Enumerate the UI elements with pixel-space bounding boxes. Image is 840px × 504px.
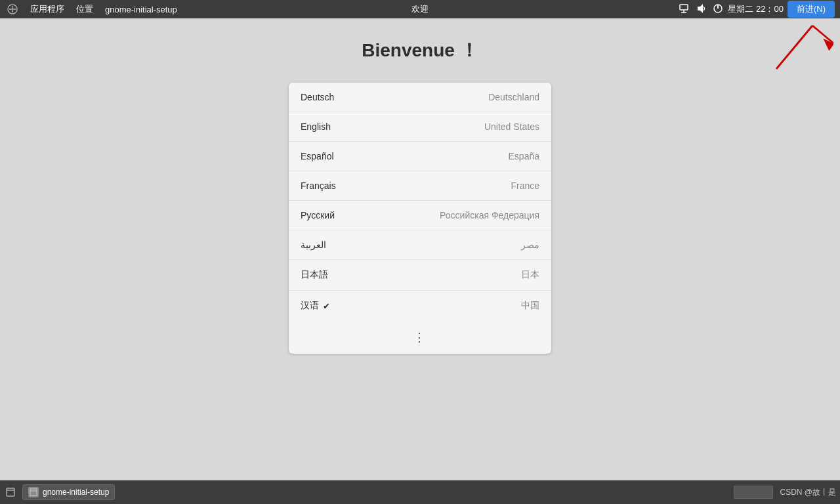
language-item[interactable]: FrançaisFrance bbox=[289, 171, 551, 201]
menubar-right: 星期二 22：00 前进(N) bbox=[678, 1, 835, 18]
volume-icon bbox=[695, 3, 707, 16]
menu-items: 应用程序 位置 gnome-initial-setup bbox=[25, 2, 182, 16]
lang-name: 汉语 ✔ bbox=[301, 300, 330, 312]
lang-region: مصر bbox=[521, 240, 539, 250]
taskbar-brand: CSDN @故丨是 bbox=[780, 487, 836, 498]
taskbar-window-label: gnome-initial-setup bbox=[43, 488, 109, 497]
taskbar-left: gnome-initial-setup bbox=[4, 484, 115, 500]
svg-rect-14 bbox=[30, 489, 37, 495]
language-item[interactable]: DeutschDeutschland bbox=[289, 83, 551, 112]
menu-item-location[interactable]: 位置 bbox=[71, 2, 98, 16]
svg-rect-3 bbox=[680, 5, 688, 10]
lang-region: Deutschland bbox=[488, 92, 539, 102]
power-icon bbox=[712, 3, 724, 16]
svg-rect-12 bbox=[7, 488, 14, 496]
taskbar-search-box[interactable] bbox=[734, 486, 773, 499]
welcome-heading: Bienvenue ！ bbox=[362, 38, 478, 63]
lang-name: Русский bbox=[301, 210, 335, 220]
window-title: 欢迎 bbox=[411, 3, 429, 15]
lang-region: United States bbox=[484, 121, 539, 132]
lang-name: Français bbox=[301, 180, 336, 191]
lang-region: France bbox=[511, 180, 539, 191]
language-list: DeutschDeutschlandEnglishUnited StatesEs… bbox=[289, 83, 551, 354]
lang-name: Español bbox=[301, 151, 334, 161]
app-icon bbox=[5, 2, 20, 16]
taskbar-right: CSDN @故丨是 bbox=[734, 486, 836, 499]
lang-name: العربية bbox=[301, 240, 326, 250]
top-menubar: 应用程序 位置 gnome-initial-setup 欢迎 bbox=[0, 0, 840, 18]
language-item[interactable]: 日本語日本 bbox=[289, 260, 551, 291]
language-item[interactable]: 汉语 ✔中国 bbox=[289, 291, 551, 321]
datetime: 星期二 22：00 bbox=[728, 3, 784, 15]
lang-name: Deutsch bbox=[301, 92, 334, 102]
lang-region: 日本 bbox=[521, 269, 539, 281]
more-dots-icon[interactable]: ⋮ bbox=[413, 330, 427, 345]
taskbar-window-button[interactable]: gnome-initial-setup bbox=[22, 484, 115, 500]
language-item[interactable]: EnglishUnited States bbox=[289, 112, 551, 142]
lang-name: English bbox=[301, 121, 331, 132]
system-icons bbox=[678, 3, 724, 16]
lang-region: España bbox=[509, 151, 539, 161]
menu-item-apps[interactable]: 应用程序 bbox=[25, 2, 70, 16]
svg-marker-6 bbox=[698, 4, 703, 13]
lang-region: 中国 bbox=[521, 300, 539, 312]
bottom-taskbar: gnome-initial-setup CSDN @故丨是 bbox=[0, 480, 840, 504]
menu-item-appname[interactable]: gnome-initial-setup bbox=[100, 3, 182, 16]
resize-icon[interactable] bbox=[4, 486, 17, 499]
language-item[interactable]: EspañolEspaña bbox=[289, 142, 551, 171]
network-icon bbox=[678, 3, 690, 16]
menubar-left: 应用程序 位置 gnome-initial-setup bbox=[5, 2, 182, 16]
lang-region: Российская Федерация bbox=[440, 210, 539, 220]
taskbar-window-icon bbox=[28, 487, 39, 497]
language-item[interactable]: العربيةمصر bbox=[289, 230, 551, 260]
next-button[interactable]: 前进(N) bbox=[788, 1, 835, 18]
lang-name: 日本語 bbox=[301, 269, 328, 281]
language-item[interactable]: РусскийРоссийская Федерация bbox=[289, 201, 551, 230]
main-content: Bienvenue ！ DeutschDeutschlandEnglishUni… bbox=[0, 18, 840, 480]
lang-checkmark: ✔ bbox=[323, 301, 330, 311]
more-button-row[interactable]: ⋮ bbox=[289, 321, 551, 354]
